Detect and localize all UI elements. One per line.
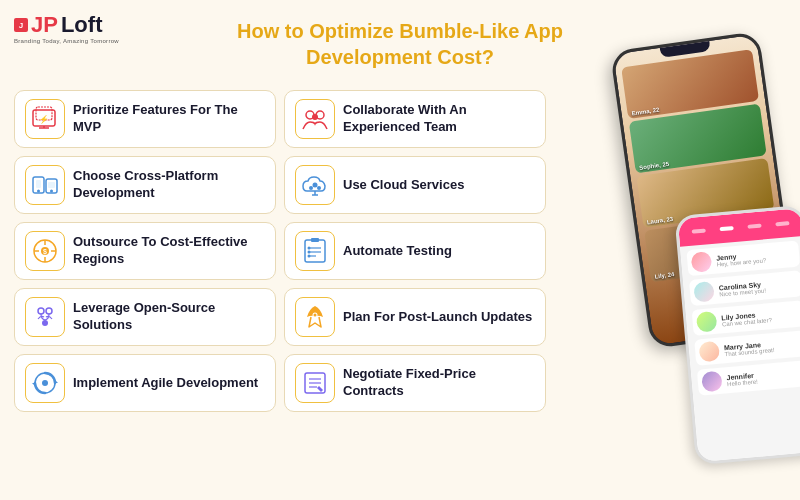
- card-experienced-team-text: Collaborate With An Experienced Team: [343, 102, 535, 136]
- svg-point-41: [308, 251, 311, 254]
- open-source-icon: [25, 297, 65, 337]
- svg-point-42: [308, 255, 311, 258]
- svg-point-10: [50, 190, 53, 193]
- nav-dot-2: [719, 226, 733, 231]
- card-cross-platform-text: Choose Cross-Platform Development: [73, 168, 265, 202]
- card-prioritize-mvp: ⚡ Prioritize Features For The MVP: [14, 90, 276, 148]
- card-cloud-services: Use Cloud Services: [284, 156, 546, 214]
- chat-item-3: Lily Jones Can we chat later?: [692, 300, 800, 336]
- profile-name-2: Sophie, 25: [639, 161, 670, 171]
- profile-name-1: Emma, 22: [631, 107, 660, 117]
- svg-rect-12: [48, 182, 55, 188]
- card-prioritize-mvp-text: Prioritize Features For The MVP: [73, 102, 265, 136]
- svg-rect-11: [36, 180, 41, 188]
- svg-rect-36: [311, 238, 319, 242]
- svg-point-29: [312, 114, 318, 120]
- card-outsource-text: Outsource To Cost-Effective Regions: [73, 234, 265, 268]
- avatar-3: [696, 311, 718, 333]
- automate-testing-icon: [295, 231, 335, 271]
- prioritize-mvp-icon: ⚡: [25, 99, 65, 139]
- svg-point-22: [42, 320, 48, 326]
- card-agile: Implement Agile Development: [14, 354, 276, 412]
- chat-item-5: Jennifer Hello there!: [697, 360, 800, 396]
- svg-point-32: [317, 186, 321, 190]
- svg-point-31: [313, 183, 318, 188]
- left-card-column: ⚡ Prioritize Features For The MVP Choose…: [14, 90, 276, 412]
- nav-dot-3: [747, 224, 761, 229]
- card-outsource: $ Outsource To Cost-Effective Regions: [14, 222, 276, 280]
- svg-text:$: $: [43, 248, 47, 256]
- chat-list: Jenny Hey, how are you? Carolina Sky Nic…: [680, 236, 800, 400]
- phone-secondary: Jenny Hey, how are you? Carolina Sky Nic…: [674, 205, 800, 465]
- card-automate-testing: Automate Testing: [284, 222, 546, 280]
- card-open-source: Leverage Open-Source Solutions: [14, 288, 276, 346]
- chat-item-1: Jenny Hey, how are you?: [686, 240, 800, 276]
- post-launch-icon: [295, 297, 335, 337]
- agile-icon: [25, 363, 65, 403]
- nav-dot-4: [775, 221, 789, 226]
- svg-point-9: [37, 190, 40, 193]
- svg-point-26: [42, 380, 48, 386]
- avatar-1: [691, 251, 713, 273]
- chat-msg-5: Hello there!: [727, 378, 758, 387]
- profile-name-3: Laura, 23: [647, 216, 674, 226]
- phone-mockup-area: Emma, 22 Sophie, 25 Laura, 23 Lily, 24 ✕: [580, 40, 800, 490]
- card-automate-testing-text: Automate Testing: [343, 243, 452, 260]
- card-cloud-services-text: Use Cloud Services: [343, 177, 464, 194]
- chat-item-4: Marry Jane That sounds great!: [694, 330, 800, 366]
- svg-marker-25: [32, 383, 36, 387]
- svg-point-21: [46, 308, 52, 314]
- svg-point-20: [38, 308, 44, 314]
- card-fixed-price: Negotiate Fixed-Price Contracts: [284, 354, 546, 412]
- fixed-price-icon: [295, 363, 335, 403]
- svg-marker-24: [54, 379, 58, 383]
- card-post-launch-text: Plan For Post-Launch Updates: [343, 309, 532, 326]
- card-cross-platform: Choose Cross-Platform Development: [14, 156, 276, 214]
- card-fixed-price-text: Negotiate Fixed-Price Contracts: [343, 366, 535, 400]
- cloud-services-icon: [295, 165, 335, 205]
- svg-point-40: [308, 247, 311, 250]
- card-agile-text: Implement Agile Development: [73, 375, 258, 392]
- right-card-column: Collaborate With An Experienced Team Use…: [284, 90, 546, 412]
- avatar-5: [701, 371, 723, 393]
- experienced-team-icon: [295, 99, 335, 139]
- outsource-icon: $: [25, 231, 65, 271]
- card-experienced-team: Collaborate With An Experienced Team: [284, 90, 546, 148]
- svg-point-30: [309, 186, 313, 190]
- nav-dot-1: [692, 228, 706, 233]
- card-open-source-text: Leverage Open-Source Solutions: [73, 300, 265, 334]
- chat-item-2: Carolina Sky Nice to meet you!: [689, 270, 800, 306]
- avatar-2: [693, 281, 715, 303]
- card-post-launch: Plan For Post-Launch Updates: [284, 288, 546, 346]
- profile-name-4: Lily, 24: [654, 271, 675, 280]
- cross-platform-icon: [25, 165, 65, 205]
- svg-text:⚡: ⚡: [39, 114, 49, 124]
- svg-point-44: [314, 314, 317, 317]
- avatar-4: [698, 341, 720, 363]
